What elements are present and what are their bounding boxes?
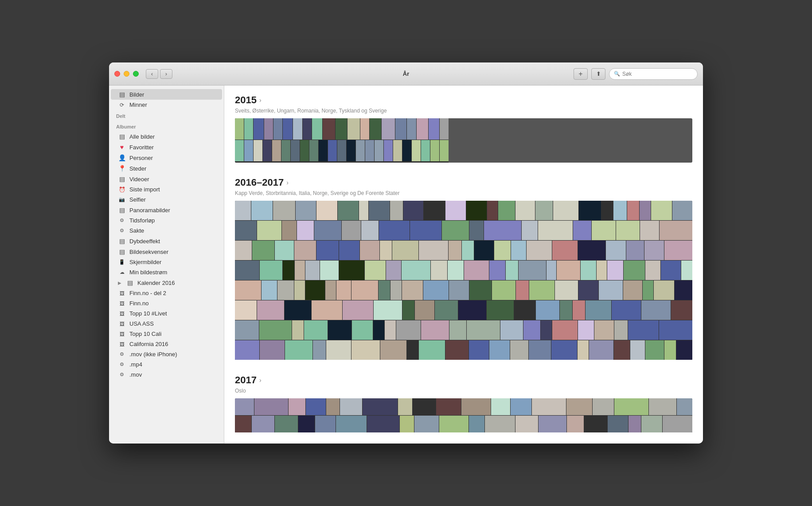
sidebar-label-topp10-livet: Topp 10 #Livet — [129, 310, 167, 317]
mosaic-2016-2017[interactable] — [235, 201, 692, 360]
sidebar-label-steder: Steder — [129, 165, 146, 172]
sidebar-item-siste-import[interactable]: ⏰ Siste import — [111, 184, 222, 195]
sidebar-item-bilder[interactable]: ▤ Bilder — [111, 89, 222, 100]
main-content[interactable]: 2015 › Sveits, Østerrike, Ungarn, Romani… — [224, 86, 703, 444]
year-header-2015: 2015 › — [235, 94, 692, 106]
sidebar-label-siste-import: Siste import — [129, 186, 160, 193]
content-area: ▤ Bilder ⟳ Minner Delt Albumer ▤ Alle bi… — [109, 86, 703, 444]
sidebar-label-skjermbilder: Skjermbilder — [129, 259, 161, 265]
sidebar-label-dybdeeffekt: Dybdeeffekt — [129, 238, 160, 245]
mosaic-2015[interactable] — [235, 118, 692, 163]
year-title-2015[interactable]: 2015 — [235, 94, 257, 106]
sidebar-label-finn-no-del2: Finn.no - del 2 — [129, 290, 166, 296]
sidebar-label-bildesekvenser: Bildesekvenser — [129, 249, 168, 255]
nav-buttons: ‹ › — [146, 69, 172, 79]
sidebar-label-topp10-cali: Topp 10 Cali — [129, 331, 161, 337]
sidebar: ▤ Bilder ⟳ Minner Delt Albumer ▤ Alle bi… — [109, 86, 224, 444]
search-box[interactable]: 🔍 — [609, 68, 698, 80]
sidebar-item-finn-no[interactable]: 🖼 Finn.no — [111, 298, 222, 308]
sidebar-label-kalender-2016: Kalender 2016 — [137, 280, 175, 286]
titlebar-actions: + ⬆ 🔍 — [574, 68, 698, 80]
bilder-icon: ▤ — [118, 91, 126, 98]
sidebar-item-alle-bilder[interactable]: ▤ Alle bilder — [111, 131, 222, 142]
maximize-button[interactable] — [133, 71, 139, 77]
add-button[interactable]: + — [574, 68, 588, 80]
share-icon: ⬆ — [596, 70, 601, 77]
forward-button[interactable]: › — [160, 69, 172, 79]
sidebar-label-min-bildestrøm: Min bildestrøm — [129, 269, 167, 276]
sidebar-item-mov-ikke-iphone[interactable]: ⚙ .mov (ikke iPhone) — [111, 349, 222, 359]
sidebar-item-videoer[interactable]: ▤ Videoer — [111, 174, 222, 184]
titlebar: ‹ › År + ⬆ 🔍 — [109, 62, 703, 86]
sidebar-item-dybdeeffekt[interactable]: ▤ Dybdeeffekt — [111, 236, 222, 246]
sidebar-item-minner[interactable]: ⟳ Minner — [111, 100, 222, 110]
usa-ass-icon: 🖼 — [118, 321, 126, 327]
year-subtitle-2017: Oslo — [235, 388, 692, 394]
mosaic-2017[interactable] — [235, 398, 692, 433]
sidebar-item-panoramabilder[interactable]: ▤ Panoramabilder — [111, 205, 222, 215]
sidebar-item-california-2016[interactable]: 🖼 California 2016 — [111, 339, 222, 349]
skjermbilder-icon: 📱 — [118, 259, 126, 265]
year-chevron-2015[interactable]: › — [259, 97, 262, 104]
finn-no-icon: 🖼 — [118, 301, 126, 306]
bildesekvenser-icon: ▤ — [118, 248, 126, 255]
sidebar-item-finn-no-del2[interactable]: 🖼 Finn.no - del 2 — [111, 288, 222, 298]
sidebar-item-sakte[interactable]: ⚙ Sakte — [111, 226, 222, 236]
year-header-2017: 2017 › — [235, 374, 692, 386]
minner-icon: ⟳ — [118, 102, 126, 108]
year-title-2017[interactable]: 2017 — [235, 374, 257, 386]
sidebar-item-skjermbilder[interactable]: 📱 Skjermbilder — [111, 257, 222, 267]
min-bildestrøm-icon: ☁ — [118, 269, 126, 275]
search-icon: 🔍 — [614, 71, 620, 77]
personer-icon: 👤 — [118, 154, 126, 161]
sidebar-item-topp10-cali[interactable]: 🖼 Topp 10 Cali — [111, 329, 222, 339]
minimize-button[interactable] — [124, 71, 129, 77]
sidebar-item-bildesekvenser[interactable]: ▤ Bildesekvenser — [111, 246, 222, 257]
sidebar-label-tidsforloep: Tidsforløp — [129, 217, 155, 224]
close-button[interactable] — [114, 71, 120, 77]
sakte-icon: ⚙ — [118, 228, 126, 234]
sidebar-item-mov[interactable]: ⚙ .mov — [111, 370, 222, 380]
sidebar-label-sakte: Sakte — [129, 227, 144, 234]
mov-icon: ⚙ — [118, 372, 126, 378]
sidebar-label-usa-ass: USA ASS — [129, 320, 154, 327]
sidebar-item-selfier[interactable]: 📷 Selfier — [111, 195, 222, 205]
traffic-lights — [114, 71, 139, 77]
sidebar-label-videoer: Videoer — [129, 176, 149, 183]
alle-bilder-icon: ▤ — [118, 133, 126, 140]
sidebar-label-mp4: .mp4 — [129, 361, 142, 368]
mov-ikke-iphone-icon: ⚙ — [118, 351, 126, 357]
finn-no-del2-icon: 🖼 — [118, 291, 126, 296]
forward-icon: › — [165, 70, 167, 77]
share-button[interactable]: ⬆ — [591, 68, 605, 80]
sidebar-item-favoritter[interactable]: ♥ Favoritter — [111, 142, 222, 152]
sidebar-item-usa-ass[interactable]: 🖼 USA ASS — [111, 319, 222, 329]
sidebar-item-kalender-2016[interactable]: ▶ ▤ Kalender 2016 — [111, 277, 222, 288]
sidebar-label-favoritter: Favoritter — [129, 144, 154, 151]
sidebar-label-finn-no: Finn.no — [129, 300, 148, 307]
year-chevron-2017[interactable]: › — [259, 377, 262, 384]
back-button[interactable]: ‹ — [146, 69, 158, 79]
year-subtitle-2016-2017: Kapp Verde, Storbritannia, Italia, Norge… — [235, 190, 692, 196]
window-title: År — [403, 70, 409, 77]
sidebar-item-tidsforloep[interactable]: ⚙ Tidsforløp — [111, 215, 222, 226]
mp4-icon: ⚙ — [118, 362, 126, 367]
sidebar-item-min-bildestrøm[interactable]: ☁ Min bildestrøm — [111, 267, 222, 277]
sidebar-item-mp4[interactable]: ⚙ .mp4 — [111, 359, 222, 370]
dybdeeffekt-icon: ▤ — [118, 237, 126, 245]
year-subtitle-2015: Sveits, Østerrike, Ungarn, Romania, Norg… — [235, 108, 692, 114]
favoritter-icon: ♥ — [118, 144, 126, 151]
year-chevron-2016-2017[interactable]: › — [286, 179, 289, 186]
sidebar-label-minner: Minner — [129, 101, 147, 108]
expand-icon: ▶ — [118, 280, 121, 285]
year-section-2017: 2017 › Oslo — [235, 374, 692, 433]
sidebar-item-personer[interactable]: 👤 Personer — [111, 152, 222, 163]
sidebar-label-mov: .mov — [129, 371, 142, 378]
kalender-icon: ▤ — [126, 279, 134, 286]
sidebar-label-selfier: Selfier — [129, 196, 146, 203]
sidebar-item-topp10-livet[interactable]: 🖼 Topp 10 #Livet — [111, 308, 222, 319]
search-input[interactable] — [622, 71, 693, 77]
year-title-2016-2017[interactable]: 2016–2017 — [235, 177, 284, 188]
year-section-2016-2017: 2016–2017 › Kapp Verde, Storbritannia, I… — [235, 177, 692, 360]
sidebar-item-steder[interactable]: 📍 Steder — [111, 163, 222, 174]
